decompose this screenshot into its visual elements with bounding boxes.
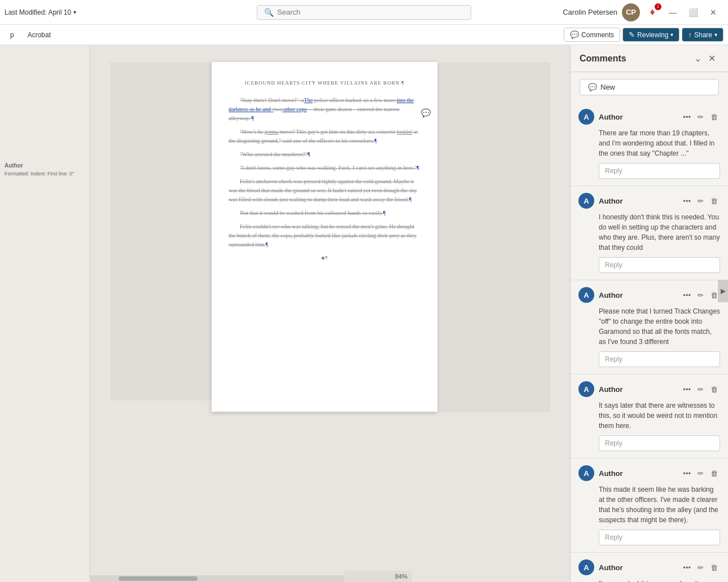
chevron-down-icon[interactable]: ▾ (73, 9, 76, 15)
new-comment-icon: 💬 (588, 83, 597, 91)
comment-icon: 💬 (570, 30, 579, 39)
document-page: ICEBOUND HEARTS·CITY WHERE VILLAINS ARE … (212, 62, 437, 412)
comment-text-1: There are far more than 19 chapters, and… (599, 128, 720, 158)
comment-actions-4: ••• ✏ 🗑 (681, 384, 720, 395)
right-arrow-icon: ▶ (721, 287, 726, 295)
notification-badge[interactable]: ♦ 1 (644, 5, 660, 20)
comment-actions-5: ••• ✏ 🗑 (681, 468, 720, 479)
modified-label: Last Modified: April 10 (5, 8, 71, 16)
comment-avatar-2: A (578, 193, 594, 209)
ribbon-acrobat-button[interactable]: Acrobat (22, 29, 56, 41)
comment-author-3: Author (599, 291, 676, 299)
expand-arrow-button[interactable]: ▶ (718, 280, 728, 302)
comment-bubble-icon[interactable]: 💬 (410, 107, 431, 120)
comment-avatar-3: A (578, 287, 594, 303)
comments-close-button[interactable]: ✕ (705, 52, 719, 65)
comment-edit-2[interactable]: ✏ (695, 196, 706, 206)
comment-more-3[interactable]: ••• (681, 290, 693, 301)
comment-reply-2[interactable]: Reply (599, 257, 720, 273)
titlebar-left: Last Modified: April 10 ▾ (0, 8, 76, 16)
comment-header-5: A Author ••• ✏ 🗑 (578, 465, 720, 481)
comment-item-1: A Author ••• ✏ 🗑 There are far more than… (571, 102, 728, 186)
comment-text-3: Please note that I turned Track Changes … (599, 306, 720, 347)
maximize-button[interactable]: ⬜ (685, 5, 701, 20)
comment-edit-5[interactable]: ✏ (695, 468, 706, 479)
paragraph-1: "Stay there! Don't move!" ·aThe police o… (229, 96, 420, 123)
share-button-group: ↑ Share ▾ (682, 28, 723, 42)
left-panel: Author Formatted: Indent: First line: 0" (0, 45, 90, 582)
comment-reply-1[interactable]: Reply (599, 163, 720, 179)
comment-more-5[interactable]: ••• (681, 468, 693, 479)
comments-button[interactable]: 💬 Comments (564, 28, 620, 41)
comment-item-2: A Author ••• ✏ 🗑 I honestly don't think … (571, 186, 728, 280)
comments-panel: Comments ⌄ ✕ 💬 New A Author ••• ✏ 🗑 Ther… (570, 45, 728, 582)
share-icon: ↑ (688, 30, 692, 39)
paragraph-5: Felix's unshaven cheek was pressed tight… (229, 177, 420, 204)
comment-text-6: I've reworked this paragraph so it runs … (599, 579, 720, 582)
comment-delete-2[interactable]: 🗑 (708, 196, 720, 206)
last-modified: Last Modified: April 10 ▾ (5, 8, 76, 16)
comment-reply-3[interactable]: Reply (599, 351, 720, 367)
comment-author-6: Author (599, 563, 676, 572)
close-button[interactable]: ✕ (705, 5, 721, 20)
titlebar-right: Carolin Petersen CP ♦ 1 — ⬜ ✕ (563, 3, 728, 21)
reviewing-chevron-icon: ▾ (670, 32, 673, 38)
comment-text-2: I honestly don't think this is needed. Y… (599, 212, 720, 253)
comment-avatar-1: A (578, 109, 594, 125)
reviewing-icon: ✎ (629, 30, 635, 39)
user-name: Carolin Petersen (563, 8, 617, 16)
comment-edit-3[interactable]: ✏ (695, 290, 706, 301)
comment-reply-4[interactable]: Reply (599, 435, 720, 451)
comment-author-2: Author (599, 197, 676, 205)
comment-reply-5[interactable]: Reply (599, 530, 720, 545)
ribbon-p-button[interactable]: p (5, 29, 20, 41)
page-footer-mark: ◆¶ (229, 254, 420, 262)
avatar: CP (622, 3, 640, 21)
comment-delete-6[interactable]: 🗑 (708, 562, 720, 573)
comment-header-4: A Author ••• ✏ 🗑 (578, 381, 720, 397)
comment-item-3: A Author ••• ✏ 🗑 Please note that I turn… (571, 280, 728, 374)
paragraph-2: "How's he gonna move? This guy's got him… (229, 127, 420, 146)
comment-avatar-5: A (578, 465, 594, 481)
minimize-button[interactable]: — (665, 5, 681, 20)
reviewing-button[interactable]: ✎ Reviewing ▾ (623, 28, 679, 41)
comment-actions-3: ••• ✏ 🗑 (681, 290, 720, 301)
diamond-icon: ♦ (650, 6, 655, 18)
scrollbar-thumb[interactable] (119, 576, 198, 581)
comment-item-5: A Author ••• ✏ 🗑 This made it seem like … (571, 458, 728, 553)
zoom-level: 84% (395, 573, 407, 580)
comment-edit-1[interactable]: ✏ (695, 112, 706, 122)
comment-actions-2: ••• ✏ 🗑 (681, 196, 720, 206)
comments-collapse-button[interactable]: ⌄ (691, 52, 705, 65)
main-area: Author Formatted: Indent: First line: 0"… (0, 45, 728, 582)
badge-count: 1 (655, 3, 661, 10)
comment-more-1[interactable]: ••• (681, 112, 693, 122)
comment-more-6[interactable]: ••• (681, 562, 693, 573)
comment-text-4: It says later that there are witnesses t… (599, 400, 720, 431)
comment-more-4[interactable]: ••• (681, 384, 693, 395)
comment-author-4: Author (599, 385, 676, 394)
search-icon: 🔍 (264, 8, 274, 17)
comment-actions-6: ••• ✏ 🗑 (681, 562, 720, 573)
comment-item-6: A Author ••• ✏ 🗑 I've reworked this para… (571, 553, 728, 582)
share-button[interactable]: ↑ Share ▾ (682, 28, 723, 41)
search-input[interactable] (277, 8, 464, 16)
paragraph-6: Not that it would be washed from his cal… (229, 209, 420, 218)
document-area[interactable]: ICEBOUND HEARTS·CITY WHERE VILLAINS ARE … (90, 45, 570, 582)
comment-delete-5[interactable]: 🗑 (708, 468, 720, 479)
comment-delete-1[interactable]: 🗑 (708, 112, 720, 122)
comment-delete-4[interactable]: 🗑 (708, 384, 720, 395)
comment-header-6: A Author ••• ✏ 🗑 (578, 559, 720, 575)
page-ghost-left (110, 62, 212, 400)
left-panel-formatted: Formatted: Indent: First line: 0" (5, 171, 85, 177)
comment-edit-6[interactable]: ✏ (695, 562, 706, 573)
comment-edit-4[interactable]: ✏ (695, 384, 706, 395)
comment-more-2[interactable]: ••• (681, 196, 693, 206)
reviewing-button-group: ✎ Reviewing ▾ (622, 28, 679, 42)
new-comment-button[interactable]: 💬 New (580, 79, 719, 95)
comment-item-4: A Author ••• ✏ 🗑 It says later that ther… (571, 374, 728, 458)
search-box[interactable]: 🔍 (257, 5, 471, 20)
horizontal-scrollbar[interactable] (90, 575, 378, 582)
comment-author-5: Author (599, 469, 676, 478)
paragraph-4: "I don't know, some guy who was walking.… (229, 164, 420, 173)
